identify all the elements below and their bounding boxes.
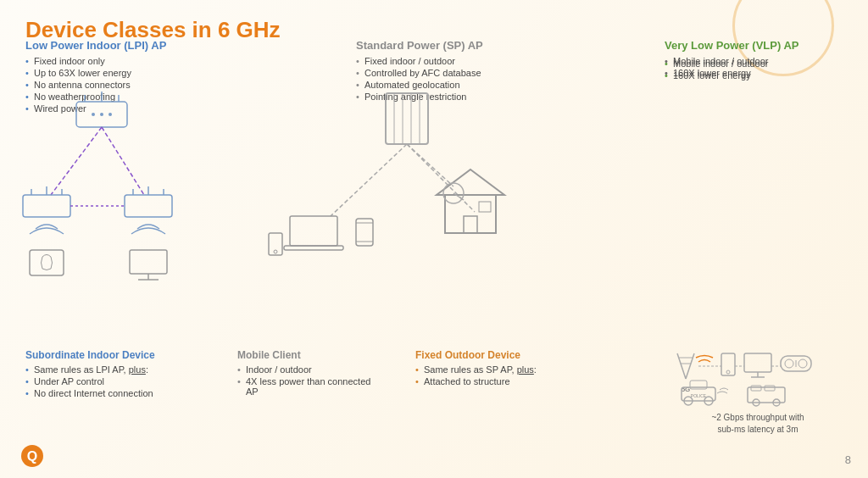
svg-text:Q: Q: [27, 449, 37, 464]
svg-point-55: [785, 359, 793, 368]
mobile-client-section: Mobile Client Indoor / outdoor 4X less p…: [237, 349, 373, 436]
vlp-devices-diagram: 5G: [673, 349, 843, 409]
svg-line-40: [407, 144, 453, 186]
fo-bullet-1: Same rules as SP AP, plus:: [415, 364, 585, 375]
svg-rect-30: [284, 246, 343, 250]
sp-bullet-1: Fixed indoor / outdoor: [356, 55, 542, 67]
subordinate-heading: Subordinate Indoor Device: [25, 349, 220, 361]
svg-text:POLICE: POLICE: [691, 393, 707, 398]
svg-rect-9: [23, 195, 70, 217]
svg-point-49: [726, 370, 730, 374]
mc-bullet-2: 4X less power than connected AP: [237, 375, 373, 397]
subordinate-bullets: Same rules as LPI AP, plus: Under AP con…: [25, 364, 220, 399]
svg-rect-41: [269, 233, 282, 255]
vlp-b2: 160X lower energy: [665, 69, 843, 81]
svg-rect-50: [744, 353, 771, 372]
sp-heading: Standard Power (SP) AP: [356, 39, 542, 52]
svg-rect-67: [765, 386, 775, 391]
svg-rect-22: [386, 93, 428, 144]
svg-rect-19: [130, 250, 167, 274]
svg-rect-66: [751, 386, 761, 391]
svg-rect-29: [290, 216, 337, 246]
slide: Device Classes in 6 GHz Low Power Indoor…: [0, 0, 868, 478]
vlp-heading: Very Low Power (VLP) AP: [665, 39, 843, 52]
fo-plus: plus: [517, 364, 534, 375]
fixed-outdoor-bullets: Same rules as SP AP, plus: Attached to s…: [415, 364, 585, 387]
sp-bullet-2: Controlled by AFC database: [356, 67, 542, 79]
svg-line-27: [331, 144, 407, 216]
sub-plus: plus: [129, 364, 146, 375]
mobile-client-heading: Mobile Client: [237, 349, 373, 361]
svg-rect-18: [30, 250, 64, 275]
svg-point-56: [798, 359, 807, 368]
lpi-bullet-2: Up to 63X lower energy: [25, 67, 220, 79]
svg-point-6: [108, 113, 112, 116]
lpi-bullet-1: Fixed indoor only: [25, 55, 220, 67]
fixed-outdoor-section: Fixed Outdoor Device Same rules as SP AP…: [415, 349, 585, 436]
diagram-svg: [0, 85, 678, 322]
lpi-heading: Low Power Indoor (LPI) AP: [25, 39, 220, 52]
fo-bullet-2: Attached to structure: [415, 375, 585, 387]
svg-rect-13: [125, 195, 172, 217]
vlp-bullet-list: Mobile indoor / outdoor 160X lower energ…: [665, 58, 843, 81]
svg-rect-48: [721, 353, 735, 375]
mc-bullet-1: Indoor / outdoor: [237, 364, 373, 375]
svg-line-7: [51, 127, 102, 195]
fixed-outdoor-heading: Fixed Outdoor Device: [415, 349, 585, 361]
mobile-client-bullets: Indoor / outdoor 4X less power than conn…: [237, 364, 373, 397]
throughput-note: ~2 Gbps throughput with sub-ms latency a…: [673, 412, 843, 436]
sub-bullet-3: No direct Internet connection: [25, 387, 220, 399]
vlp-b1: Mobile indoor / outdoor: [665, 58, 843, 69]
svg-rect-35: [445, 195, 496, 233]
subordinate-section: Subordinate Indoor Device Same rules as …: [25, 349, 220, 436]
svg-point-5: [100, 113, 103, 116]
vlp-throughput: 5G: [673, 349, 843, 436]
svg-point-4: [92, 113, 95, 116]
svg-rect-36: [464, 216, 477, 233]
svg-rect-37: [479, 202, 491, 212]
svg-line-8: [102, 127, 144, 195]
logo: Q: [20, 444, 44, 468]
sub-bullet-1: Same rules as LPI AP, plus:: [25, 364, 220, 375]
page-number: 8: [845, 453, 851, 466]
svg-point-42: [274, 250, 277, 253]
vlp-bullets-overlay: Mobile indoor / outdoor 160X lower energ…: [665, 58, 843, 81]
bottom-labels: Subordinate Indoor Device Same rules as …: [25, 349, 843, 436]
svg-marker-34: [437, 170, 504, 195]
svg-line-28: [407, 144, 475, 212]
sub-bullet-2: Under AP control: [25, 375, 220, 387]
